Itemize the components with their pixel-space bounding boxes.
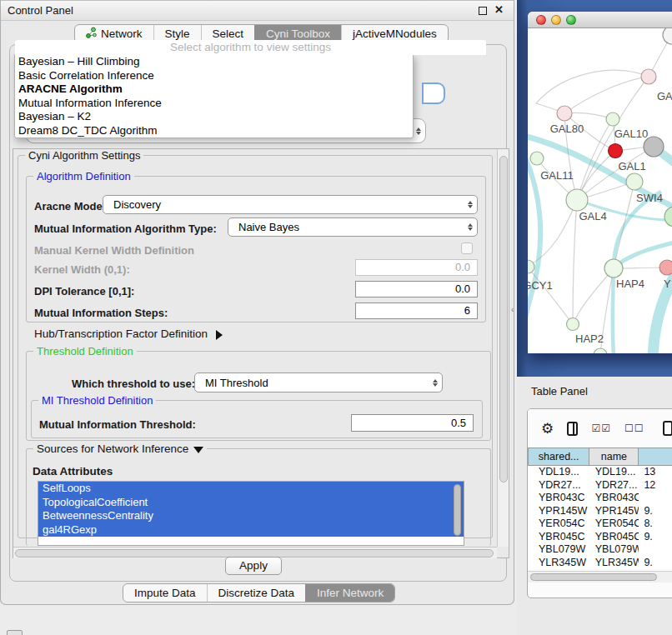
zoom-traffic-light-icon[interactable] [566,15,576,25]
node-label-gcy1: GCY1 [528,279,553,292]
column-header-extra[interactable] [639,448,672,466]
network-node-2[interactable] [557,106,572,121]
minimize-traffic-light-icon[interactable] [551,15,561,25]
table-horizontal-scrollbar[interactable] [528,571,672,582]
table-row[interactable]: YDL19...YDL19...13 [528,466,672,479]
attribute-item-topologicalcoefficient[interactable]: TopologicalCoefficient [38,496,464,510]
hub-definition-toggle[interactable]: Hub/Transcription Factor Definition [34,328,228,340]
table-row[interactable]: YBR043CYBR043C [528,492,672,505]
table-row[interactable]: YPR145WYPR145W9. [528,505,672,518]
attribute-item-selfloops[interactable]: SelfLoops [38,482,464,496]
network-node-12[interactable] [659,260,672,275]
which-threshold-combo[interactable]: MI Threshold [194,372,443,392]
tab-label: Infer Network [317,587,384,599]
algorithm-option-aracne-algorithm[interactable]: ARACNE Algorithm [15,82,413,97]
network-window-titlebar[interactable] [528,12,672,28]
network-node-10[interactable] [528,260,534,273]
mi-steps-field[interactable]: 6 [355,302,478,319]
new-table-icon[interactable] [663,421,672,436]
table-row[interactable]: YER054CYER054C8. [528,518,672,531]
network-node-3[interactable] [606,112,619,126]
network-node-6[interactable] [626,173,643,190]
horizontal-scrollbar-thumb[interactable] [15,549,494,558]
caret-down-icon [193,447,203,458]
collapsed-panel-stub[interactable] [7,630,23,635]
checked-boxes-icon[interactable]: ☑☑ [591,422,611,434]
node-label-gal4: GAL4 [579,210,606,222]
float-window-icon[interactable] [479,7,487,15]
close-traffic-light-icon[interactable] [536,15,546,25]
network-node-8[interactable] [566,189,588,211]
network-node-7[interactable] [530,152,544,165]
network-node-1[interactable] [641,69,656,84]
column-header-name[interactable]: name [589,448,639,466]
table-row[interactable]: YLR345WYLR345W9. [528,557,672,570]
panel-divider-handle[interactable]: ‹ [511,305,514,314]
kernel-width-field[interactable]: 0.0 [355,259,478,276]
mi-threshold-field[interactable]: 0.5 [351,414,474,432]
chevron-updown-icon [464,221,477,233]
which-threshold-label: Which threshold to use: [72,378,195,390]
apply-button[interactable]: Apply [225,557,282,575]
control-panel-window: Control Panel ✕ NetworkStyleSelectCyni T… [0,0,514,605]
control-panel-title: Control Panel [8,4,73,17]
network-node-13[interactable] [567,318,579,331]
network-canvas[interactable]: GAL8GAL80GAL10GAL11GAL1SWI4GAL4GCY1HAP4Y… [528,28,672,353]
algorithm-option-bayesian-hill-climbing[interactable]: Bayesian – Hill Climbing [15,55,413,69]
algorithm-option-bayesian-k2[interactable]: Bayesian – K2 [15,110,413,124]
vertical-scrollbar[interactable] [497,149,509,547]
bottom-tab-impute-data[interactable]: Impute Data [123,584,207,602]
group-title: Cyni Algorithm Settings [25,149,143,162]
network-node-14[interactable] [594,348,607,353]
dpi-tolerance-label: DPI Tolerance [0,1]: [34,285,134,298]
algorithm-option-basic-correlation-inference[interactable]: Basic Correlation Inference [15,69,413,83]
tab-label: Select [213,28,244,40]
table-cell: YPR145W [590,505,639,518]
sources-toggle[interactable]: Sources for Network Inference [33,442,207,458]
table-row[interactable]: YDR27...YDR27...12 [528,479,672,492]
table-row[interactable]: YBR045CYBR045C9. [528,531,672,544]
network-node-9[interactable] [664,207,672,227]
algorithm-combo-prompt[interactable]: Select algorithm to view settings [15,40,486,55]
close-icon[interactable]: ✕ [494,3,504,16]
table-cell [639,492,672,505]
columns-icon[interactable] [567,422,578,436]
table-row[interactable]: YBL079WYBL079W [528,543,672,557]
table-cell: YER054C [590,518,639,531]
vertical-scrollbar-thumb[interactable] [499,156,508,482]
network-node-0[interactable] [663,28,672,44]
table-cell: YBR043C [528,492,590,505]
node-label-hap4: HAP4 [616,278,644,290]
network-node-4[interactable] [609,144,623,158]
table-cell [639,543,672,557]
list-scrollbar-thumb[interactable] [454,484,461,536]
bottom-tab-infer-network[interactable]: Infer Network [305,584,394,602]
node-label-swi4: SWI4 [636,192,663,204]
algorithm-option-dream8-dc-tdc-algorithm[interactable]: Dream8 DC_TDC Algorithm [15,124,413,138]
column-header-shared[interactable]: shared... [528,448,589,466]
table-toolbar: ⚙ ☑☑ ☐☐ [528,409,672,448]
attribute-item-gal4rgexp[interactable]: gal4RGexp [38,523,464,538]
sources-title: Sources for Network Inference [37,442,188,455]
table-cell: YDR27... [590,479,639,492]
chevron-updown-icon [464,198,477,211]
data-attributes-list[interactable]: SelfLoopsTopologicalCoefficientBetweenne… [38,481,464,546]
node-label-gal80: GAL80 [550,122,584,135]
attribute-item-betweennesscentrality[interactable]: BetweennessCentrality [38,509,464,523]
unchecked-boxes-icon[interactable]: ☐☐ [624,422,644,434]
table-scrollbar-thumb[interactable] [530,573,657,581]
manual-kernel-checkbox[interactable] [461,242,473,254]
group-title: Threshold Definition [33,345,137,358]
network-desktop: GAL8GAL80GAL10GAL11GAL1SWI4GAL4GCY1HAP4Y… [517,0,672,377]
bottom-tab-discretize-data[interactable]: Discretize Data [207,584,306,602]
manual-kernel-label: Manual Kernel Width Definition [34,244,194,257]
aracne-mode-combo[interactable]: Discovery [103,195,478,214]
table-cell: YBR043C [590,492,639,505]
dpi-tolerance-field[interactable]: 0.0 [355,281,478,298]
network-node-11[interactable] [604,259,623,278]
inference-algorithm-combo-fragment[interactable] [422,82,445,104]
mi-type-combo[interactable]: Naive Bayes [228,218,478,237]
table-cell: YBR045C [528,531,590,544]
gear-icon[interactable]: ⚙ [541,422,554,436]
algorithm-option-mutual-information-inference[interactable]: Mutual Information Inference [15,97,413,111]
